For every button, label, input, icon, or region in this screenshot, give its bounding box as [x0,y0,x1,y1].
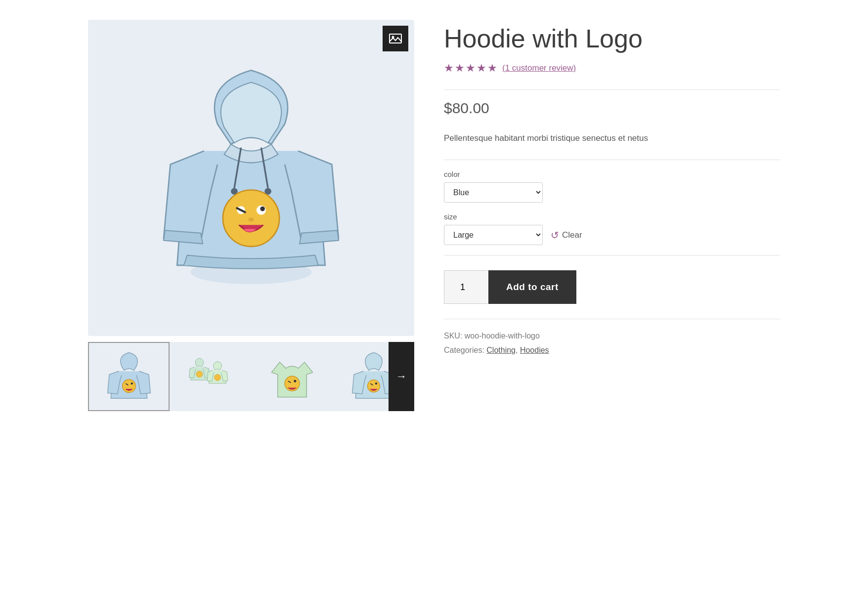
star-2: ★ [455,62,465,75]
svg-point-11 [260,207,265,211]
svg-point-15 [130,382,132,384]
gallery-next-button[interactable]: → [389,342,414,411]
main-image-wrapper [88,20,414,336]
product-meta: SKU: woo-hoodie-with-logo Categories: Cl… [444,329,780,358]
categories-row: Categories: Clothing, Hoodies [444,343,780,358]
cart-divider [444,255,780,255]
thumbnail-1[interactable] [88,342,170,411]
color-label: color [444,170,780,178]
svg-point-17 [214,374,220,380]
next-arrow-icon: → [396,370,407,383]
color-variation: color Blue Green Red [444,170,780,203]
color-select[interactable]: Blue Green Red [444,182,543,203]
star-5: ★ [487,62,497,75]
clear-button[interactable]: ↺ Clear [551,229,582,241]
meta-divider [444,319,780,319]
clear-icon: ↺ [551,229,559,241]
sku-label: SKU: [444,332,462,340]
thumbnail-strip: → [88,342,414,411]
price-divider [444,89,780,90]
star-3: ★ [466,62,476,75]
variation-divider [444,160,780,160]
size-row: Small Medium Large XL ↺ Clear [444,225,780,245]
svg-point-23 [375,382,377,384]
sku-row: SKU: woo-hoodie-with-logo [444,329,780,343]
star-1: ★ [444,62,454,75]
clear-label: Clear [562,230,582,240]
thumbnail-2[interactable] [170,342,251,411]
size-variation: size Small Medium Large XL ↺ Clear [444,212,780,245]
star-4: ★ [477,62,486,75]
image-icon [389,33,402,44]
thumbnail-3[interactable] [251,342,333,411]
quantity-input[interactable] [444,270,488,304]
product-price: $80.00 [444,100,780,117]
product-layout: → Hoodie with Logo ★ ★ ★ ★ ★ (1 customer… [88,20,780,411]
svg-point-16 [196,371,202,378]
size-label: size [444,212,780,221]
add-to-cart-button[interactable]: Add to cart [488,270,576,304]
svg-point-12 [249,217,254,221]
main-product-image [147,57,355,299]
cart-row: Add to cart [444,270,780,304]
svg-point-20 [294,380,296,382]
review-link[interactable]: (1 customer review) [502,63,576,73]
categories-label: Categories: [444,346,484,354]
category-hoodies[interactable]: Hoodies [520,346,549,354]
sku-value: woo-hoodie-with-logo [465,332,540,340]
product-title: Hoodie with Logo [444,25,780,53]
svg-rect-0 [390,34,401,43]
gallery-expand-button[interactable] [383,26,408,51]
product-gallery: → [88,20,414,411]
rating-row: ★ ★ ★ ★ ★ (1 customer review) [444,62,780,75]
product-info: Hoodie with Logo ★ ★ ★ ★ ★ (1 customer r… [444,20,780,358]
category-clothing[interactable]: Clothing [486,346,516,354]
size-select[interactable]: Small Medium Large XL [444,225,543,245]
product-description: Pellentesque habitant morbi tristique se… [444,131,780,145]
star-rating: ★ ★ ★ ★ ★ [444,62,497,75]
